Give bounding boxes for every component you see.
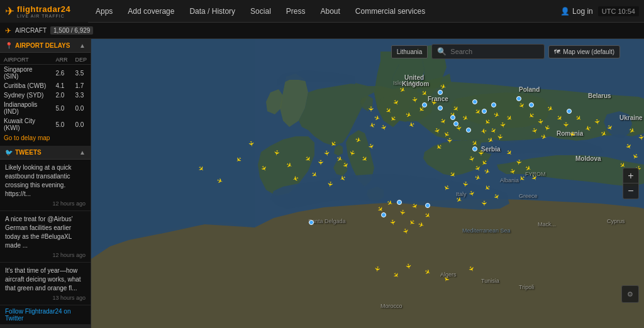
aircraft-label: AIRCRAFT xyxy=(15,27,47,34)
map-top-controls: Lithuania 🔍 🗺 Map view (default) xyxy=(391,44,620,59)
dep-delay: 3.5 xyxy=(71,65,91,82)
dep-delay: 3.3 xyxy=(71,90,91,100)
map[interactable]: United Kingdom France Poland Belarus Ukr… xyxy=(91,39,644,328)
arr-delay: 2.6 xyxy=(52,65,71,82)
main-nav: Apps Add coverage Data / History Social … xyxy=(88,0,560,23)
aircraft-count-badge: 1,500 / 6,929 xyxy=(50,26,93,35)
airport-delays-title: 📍 AIRPORT DELAYS xyxy=(5,42,70,49)
airport-name: Indianapolis (IND) xyxy=(0,100,52,116)
delay-map-link[interactable]: Go to delay map xyxy=(0,133,91,143)
table-row[interactable]: Sydney (SYD)2.03.3 xyxy=(0,90,91,100)
table-row[interactable]: Singapore (SIN)2.63.5 xyxy=(0,65,91,82)
col-airport: AIRPORT xyxy=(0,55,52,65)
tweets-collapse: ▲ xyxy=(79,149,86,156)
map-land-svg xyxy=(91,39,644,328)
nav-commercial[interactable]: Commercial services xyxy=(348,0,433,23)
nav-press[interactable]: Press xyxy=(279,0,313,23)
table-row[interactable]: Curitiba (CWB)4.11.7 xyxy=(0,81,91,90)
user-icon: 👤 xyxy=(560,7,570,16)
zoom-controls: + − xyxy=(623,168,639,199)
table-row[interactable]: Kuwait City (KWI)5.00.0 xyxy=(0,116,91,133)
blog-header[interactable]: ❝ BLOG POSTS ▲ xyxy=(0,324,91,328)
table-row[interactable]: Indianapolis (IND)5.00.0 xyxy=(0,100,91,116)
arr-delay: 4.1 xyxy=(52,81,71,90)
map-view-button[interactable]: 🗺 Map view (default) xyxy=(548,45,620,58)
search-bar[interactable]: 🔍 xyxy=(431,44,545,59)
twitter-icon: 🐦 xyxy=(5,149,13,156)
dep-delay: 0.0 xyxy=(71,116,91,133)
tweets-list: Likely looking at a quick eastbound tran… xyxy=(0,160,91,305)
login-label: Log in xyxy=(572,7,593,16)
logo-text: flightradar24 live air traffic xyxy=(17,4,70,18)
arr-delay: 2.0 xyxy=(52,90,71,100)
delay-table: AIRPORT ARR DEP Singapore (SIN)2.63.5Cur… xyxy=(0,55,91,133)
airport-delays-table: AIRPORT ARR DEP Singapore (SIN)2.63.5Cur… xyxy=(0,53,91,146)
airport-name: Sydney (SYD) xyxy=(0,90,52,100)
tweet-time: 12 hours ago xyxy=(5,252,86,258)
dep-delay: 1.7 xyxy=(71,81,91,90)
aircraft-count: ✈ AIRCRAFT 1,500 / 6,929 xyxy=(5,26,93,35)
tweet-time: 12 hours ago xyxy=(5,200,86,207)
tweet-item: Likely looking at a quick eastbound tran… xyxy=(0,160,91,211)
nav-data-history[interactable]: Data / History xyxy=(182,0,243,23)
logo-main: flightradar24 xyxy=(17,4,70,14)
gear-icon: ⚙ xyxy=(627,290,633,298)
tweet-time: 13 hours ago xyxy=(5,295,86,301)
zoom-in-button[interactable]: + xyxy=(623,168,638,183)
airport-name: Kuwait City (KWI) xyxy=(0,116,52,133)
collapse-arrow: ▲ xyxy=(79,42,86,49)
utc-clock: UTC 10:54 xyxy=(598,6,639,16)
nav-about[interactable]: About xyxy=(313,0,347,23)
tweets-title: 🐦 TWEETS xyxy=(5,149,42,156)
location-icon: 📍 xyxy=(5,42,13,49)
zoom-out-button[interactable]: − xyxy=(623,183,638,199)
layers-icon: 🗺 xyxy=(554,48,560,55)
airport-name: Curitiba (CWB) xyxy=(0,81,52,90)
col-arr: ARR xyxy=(52,55,71,65)
tweet-item: It's that time of year—how aircraft deic… xyxy=(0,263,91,305)
lithuania-filter[interactable]: Lithuania xyxy=(391,45,428,58)
nav-social[interactable]: Social xyxy=(243,0,279,23)
logo[interactable]: ✈ flightradar24 live air traffic xyxy=(0,0,88,23)
tweets-header[interactable]: 🐦 TWEETS ▲ xyxy=(0,146,91,160)
sidebar: 📍 AIRPORT DELAYS ▲ AIRPORT ARR DEP Singa… xyxy=(0,39,91,328)
arr-delay: 5.0 xyxy=(52,100,71,116)
search-icon: 🔍 xyxy=(437,47,447,56)
tweet-text: A nice treat for @Airbus' German facilit… xyxy=(5,215,86,250)
dep-delay: 0.0 xyxy=(71,100,91,116)
tweet-text: It's that time of year—how aircraft deic… xyxy=(5,266,86,293)
search-input[interactable] xyxy=(450,48,539,55)
logo-sub: live air traffic xyxy=(17,14,70,18)
header: ✈ flightradar24 live air traffic Apps Ad… xyxy=(0,0,644,23)
twitter-follow-link[interactable]: Follow Flightradar24 on Twitter xyxy=(0,305,91,324)
settings-button[interactable]: ⚙ xyxy=(621,285,639,303)
login-button[interactable]: 👤 Log in xyxy=(560,7,593,16)
airport-name: Singapore (SIN) xyxy=(0,65,52,82)
nav-apps[interactable]: Apps xyxy=(88,0,120,23)
subheader: ✈ AIRCRAFT 1,500 / 6,929 xyxy=(0,23,644,39)
arr-delay: 5.0 xyxy=(52,116,71,133)
logo-plane-icon: ✈ xyxy=(5,4,14,18)
col-dep: DEP xyxy=(71,55,91,65)
airport-delays-header[interactable]: 📍 AIRPORT DELAYS ▲ xyxy=(0,39,91,53)
tweet-text: Likely looking at a quick eastbound tran… xyxy=(5,163,86,199)
nav-add-coverage[interactable]: Add coverage xyxy=(120,0,182,23)
tweet-item: A nice treat for @Airbus' German facilit… xyxy=(0,211,91,263)
header-right: 👤 Log in UTC 10:54 xyxy=(560,6,644,16)
plane-icon: ✈ xyxy=(5,26,11,35)
